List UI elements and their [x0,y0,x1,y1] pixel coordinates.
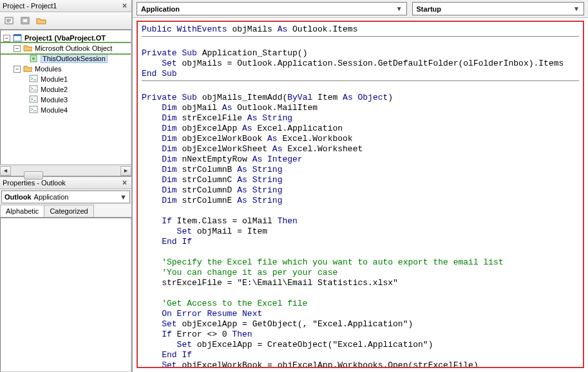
procedure-dropdown-label: Startup [417,5,442,13]
procedure-dropdown[interactable]: Startup ▼ [412,2,584,15]
close-icon[interactable]: × [120,178,129,187]
properties-object-type: Application [34,193,69,201]
collapse-icon[interactable]: − [14,45,21,52]
project-icon [13,33,22,42]
tree-module-label: Module4 [41,106,68,114]
project-toolbar [0,12,131,30]
svg-rect-7 [14,34,21,36]
tree-session-label: ThisOutlookSession [41,54,108,63]
folder-icon [23,44,32,53]
tab-categorized[interactable]: Categorized [44,205,93,217]
tree-module-label: Module3 [41,96,68,104]
properties-title-text: Properties - Outlook [3,179,66,187]
tree-h-scrollbar[interactable]: ◄ ► [0,165,131,176]
properties-panel-title: Properties - Outlook × [0,177,131,189]
view-code-button[interactable] [2,14,16,27]
tree-module-label: Module2 [41,86,68,93]
project-panel-title: Project - Project1 × [0,0,131,12]
code-editor[interactable]: Public WithEvents objMails As Outlook.It… [137,21,584,368]
module-icon [29,75,38,84]
chevron-down-icon: ▼ [120,193,127,201]
project-title-text: Project - Project1 [3,2,57,10]
properties-grid[interactable] [0,218,131,372]
properties-object-dropdown[interactable]: Outlook Application ▼ [1,191,130,203]
object-dropdown-label: Application [141,5,180,13]
folder-icon [23,64,32,73]
tree-root-label: Project1 (VbaProject.OT [24,34,106,42]
svg-rect-10 [30,75,37,82]
module-icon [29,85,38,94]
scroll-thumb[interactable] [24,171,43,180]
tree-root[interactable]: − Project1 (VbaProject.OT [1,33,131,43]
svg-rect-11 [30,86,37,92]
tree-module[interactable]: Module3 [1,95,131,105]
svg-rect-12 [30,96,37,102]
project-tree[interactable]: − Project1 (VbaProject.OT − Microsoft Ou… [0,30,131,165]
svg-rect-13 [30,106,37,113]
scroll-left-icon[interactable]: ◄ [0,166,11,176]
toggle-folders-button[interactable] [34,14,48,27]
tree-module[interactable]: Module2 [1,84,131,95]
module-icon [29,95,38,104]
session-icon [29,54,38,63]
tab-alphabetic[interactable]: Alphabetic [0,205,44,217]
close-icon[interactable]: × [120,1,129,10]
view-object-button[interactable] [18,14,32,27]
tree-modules-folder[interactable]: − Modules [1,64,131,74]
tree-outlook-objects[interactable]: − Microsoft Outlook Object [1,43,131,53]
collapse-icon[interactable]: − [14,66,21,73]
tree-this-session[interactable]: ThisOutlookSession [1,53,131,64]
module-icon [29,106,38,115]
chevron-down-icon: ▼ [573,5,580,12]
svg-point-9 [32,57,35,60]
tree-module-label: Module1 [41,75,68,83]
object-dropdown[interactable]: Application ▼ [137,2,407,15]
svg-rect-6 [14,35,21,41]
tree-module[interactable]: Module1 [1,74,131,84]
tree-outlook-label: Microsoft Outlook Object [35,44,112,52]
code-content[interactable]: Public WithEvents objMails As Outlook.It… [142,24,579,368]
svg-rect-5 [23,19,28,23]
scroll-right-icon[interactable]: ► [120,166,131,176]
collapse-icon[interactable]: − [3,35,10,42]
code-dropdown-bar: Application ▼ Startup ▼ [133,0,588,18]
chevron-down-icon: ▼ [396,5,403,12]
tree-modules-label: Modules [35,65,62,73]
tree-module[interactable]: Module4 [1,105,131,115]
properties-object-name: Outlook [5,193,32,201]
properties-tabs: Alphabetic Categorized [0,205,131,218]
